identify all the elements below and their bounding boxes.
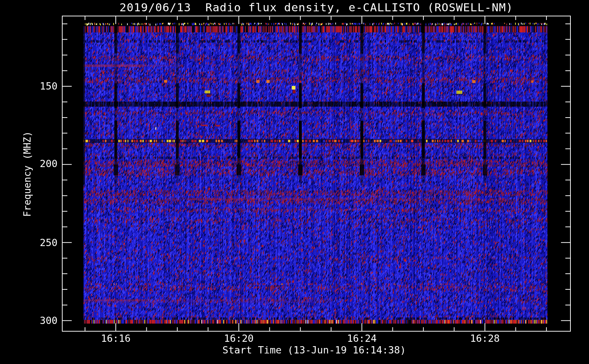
spectrogram-figure: 2019/06/13 Radio flux density, e-CALLIST… — [0, 0, 589, 364]
chart-title: 2019/06/13 Radio flux density, e-CALLIST… — [62, 1, 570, 14]
y-axis-title: Frequency (MHZ) — [22, 101, 34, 247]
y-tick-label-250: 250 — [15, 237, 58, 249]
y-tick-label-200: 200 — [15, 158, 58, 170]
y-tick-label-150: 150 — [15, 80, 58, 92]
x-axis-title: Start Time (13-Jun-19 16:14:38) — [169, 344, 460, 356]
x-tick-label-1620: 16:20 — [208, 333, 270, 344]
x-tick-label-1616: 16:16 — [85, 333, 147, 344]
x-tick-label-1624: 16:24 — [331, 333, 393, 344]
y-tick-label-300: 300 — [15, 315, 58, 327]
x-tick-label-1628: 16:28 — [454, 333, 516, 344]
spectrogram-canvas — [0, 0, 589, 364]
